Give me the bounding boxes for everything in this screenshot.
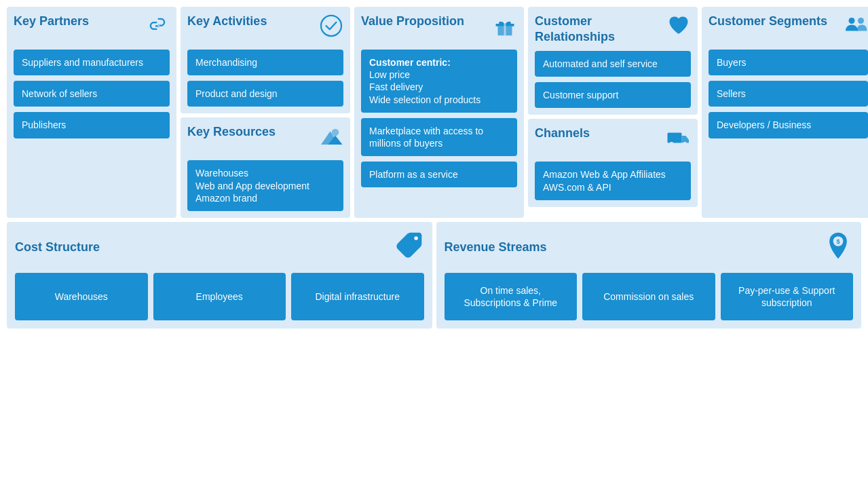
money-icon: $ [823, 230, 853, 265]
cost-structure-cards: Warehouses Employees Digital infrastruct… [15, 273, 424, 320]
key-activities-title: Key Activities [187, 14, 267, 29]
people-icon [844, 14, 868, 43]
svg-point-0 [321, 16, 341, 36]
card-on-time-sales: On time sales, Subscriptions & Prime [445, 273, 578, 320]
key-partners-header: Key Partners [14, 14, 170, 43]
key-resources-title: Key Resources [187, 124, 276, 140]
card-key-resources: WarehousesWeb and App developmentAmazon … [187, 160, 343, 211]
card-buyers: Buyers [709, 50, 868, 75]
card-marketplace: Marketplace with access to millions of b… [361, 118, 517, 156]
channels-header: Channels [535, 126, 691, 155]
card-warehouses-cost: Warehouses [15, 273, 148, 320]
card-publishers: Publishers [14, 112, 170, 138]
revenue-streams-header: Revenue Streams $ [445, 230, 854, 265]
card-product-design: Product and design [187, 81, 343, 107]
mountain-icon [319, 124, 343, 153]
card-automated: Automated and self service [535, 51, 691, 77]
card-customer-support: Customer support [535, 82, 691, 108]
cost-structure-section: Cost Structure Warehouses Employees Digi… [7, 222, 432, 329]
channels-section: Channels Amazon Web & App AffiliatesAWS.… [528, 119, 698, 206]
card-employees-cost: Employees [153, 273, 286, 320]
cr-channels-col: Customer Relationships Automated and sel… [528, 7, 698, 218]
card-commission: Commission on sales [582, 273, 715, 320]
revenue-streams-cards: On time sales, Subscriptions & Prime Com… [445, 273, 854, 320]
customer-relationships-header: Customer Relationships [535, 14, 691, 44]
key-resources-section: Key Resources WarehousesWeb and App deve… [181, 117, 350, 218]
svg-point-9 [683, 142, 687, 146]
bottom-grid: Cost Structure Warehouses Employees Digi… [7, 222, 861, 329]
card-digital-infra: Digital infrastructure [291, 273, 424, 320]
key-activities-section: Key Activities Merchandising Product and… [181, 7, 350, 113]
tag-icon [394, 230, 424, 265]
customer-segments-header: Customer Segments [709, 14, 868, 43]
svg-rect-7 [668, 133, 682, 143]
activities-resources-col: Key Activities Merchandising Product and… [181, 7, 350, 218]
key-resources-header: Key Resources [187, 124, 343, 153]
revenue-streams-title: Revenue Streams [445, 240, 547, 255]
card-amazon-channels: Amazon Web & App AffiliatesAWS.com & API [535, 162, 691, 200]
value-proposition-section: Value Proposition Customer centric: Low … [354, 7, 524, 218]
key-activities-header: Key Activities [187, 14, 343, 43]
card-sellers: Sellers [709, 81, 868, 107]
svg-rect-6 [504, 22, 506, 35]
card-pay-per-use: Pay-per-use & Support subscription [721, 273, 854, 320]
card-merchandising: Merchandising [187, 50, 343, 75]
svg-point-10 [849, 18, 855, 24]
gift-icon [493, 14, 517, 43]
value-proposition-header: Value Proposition [361, 14, 517, 43]
value-proposition-title: Value Proposition [361, 14, 464, 29]
cost-structure-header: Cost Structure [15, 230, 424, 265]
card-platform: Platform as a service [361, 162, 517, 187]
link-icon [145, 14, 170, 43]
card-customer-centric: Customer centric: Low priceFast delivery… [361, 50, 517, 113]
svg-text:$: $ [836, 238, 839, 245]
cost-structure-title: Cost Structure [15, 240, 100, 255]
key-partners-title: Key Partners [14, 14, 89, 29]
channels-title: Channels [535, 126, 590, 141]
customer-segments-title: Customer Segments [709, 14, 827, 29]
svg-point-12 [414, 236, 418, 240]
heart-icon [666, 14, 691, 43]
card-developers: Developers / Business [709, 112, 868, 138]
svg-point-11 [858, 18, 864, 24]
customer-relationships-section: Customer Relationships Automated and sel… [528, 7, 698, 115]
key-partners-section: Key Partners Suppliers and manufacturers… [7, 7, 176, 218]
truck-icon [666, 126, 691, 155]
svg-point-1 [332, 129, 339, 136]
check-icon [319, 14, 343, 43]
revenue-streams-section: Revenue Streams $ On time sales, Subscri… [436, 222, 862, 329]
card-network: Network of sellers [14, 81, 170, 107]
customer-relationships-title: Customer Relationships [535, 14, 663, 44]
svg-point-8 [670, 142, 674, 146]
customer-segments-section: Customer Segments Buyers Sellers Develop… [702, 7, 868, 218]
card-suppliers: Suppliers and manufacturers [14, 50, 170, 75]
